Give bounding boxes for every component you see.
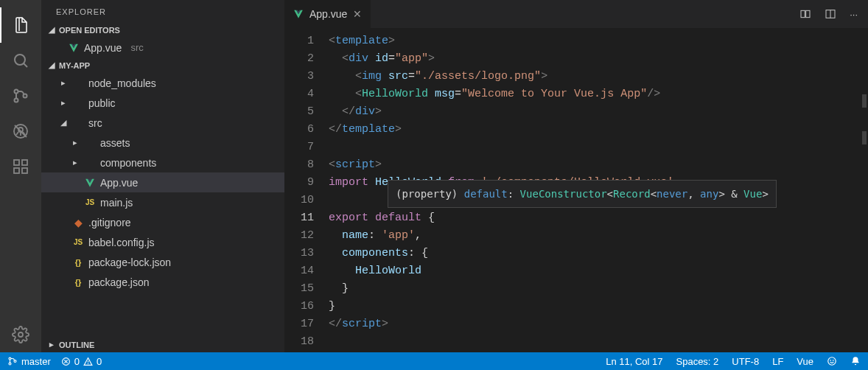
status-eol[interactable]: LF [772, 356, 783, 367]
chevron-down-icon: ◢ [47, 25, 56, 35]
tree-folder[interactable]: ▸assets [41, 133, 284, 153]
tree-folder[interactable]: ▸components [41, 153, 284, 172]
code-editor[interactable]: 123456789101112131415161718 <template> <… [284, 28, 868, 352]
activity-search-icon[interactable] [0, 43, 41, 78]
activity-settings-icon[interactable] [0, 317, 41, 352]
svg-rect-8 [14, 160, 19, 165]
tree-label: package-lock.json [88, 256, 171, 268]
status-bar: master 0 0 Ln 11, Col 17 Spaces: 2 UTF-8… [0, 352, 868, 370]
hover-tooltip: (property) default: VueConstructor<Recor… [388, 180, 777, 208]
code-line[interactable]: components: { [329, 245, 868, 262]
tree-folder[interactable]: ◢src [41, 113, 284, 133]
code-line[interactable]: </template> [329, 121, 868, 139]
git-icon: ◆ [72, 217, 84, 228]
code-line[interactable]: </div> [329, 103, 868, 121]
svg-point-0 [15, 55, 25, 65]
section-project[interactable]: ◢ MY-APP [41, 57, 284, 73]
file-dir: src [130, 42, 143, 53]
code-line[interactable]: name: 'app', [329, 227, 868, 245]
code-line[interactable]: </script> [329, 315, 868, 333]
more-icon[interactable]: ··· [850, 9, 858, 20]
code-line[interactable]: <HelloWorld msg="Welcome to Your Vue.js … [329, 85, 868, 103]
svg-point-18 [9, 363, 11, 365]
svg-point-4 [24, 94, 27, 98]
svg-rect-14 [806, 10, 810, 17]
activity-scm-icon[interactable] [0, 78, 41, 114]
tree-label: App.vue [100, 177, 138, 189]
status-branch[interactable]: master [7, 356, 51, 367]
chevron-right-icon: ▸ [59, 78, 68, 88]
tree-file[interactable]: {}package-lock.json [41, 252, 284, 272]
code-line[interactable]: <div id="app"> [329, 50, 868, 68]
status-bell-icon[interactable] [850, 356, 861, 366]
code-line[interactable]: <template> [329, 32, 868, 50]
tab-bar: App.vue ✕ ··· [284, 0, 868, 28]
status-lang[interactable]: Vue [797, 356, 813, 367]
compare-icon[interactable] [799, 8, 811, 20]
activity-extensions-icon[interactable] [0, 149, 41, 184]
tree-label: src [88, 117, 102, 129]
activity-debug-icon[interactable] [0, 114, 41, 149]
section-outline[interactable]: ▸ OUTLINE [41, 337, 284, 352]
chevron-right-icon: ▸ [59, 98, 68, 108]
js-icon: JS [72, 238, 84, 246]
status-encoding[interactable]: UTF-8 [732, 356, 759, 367]
chevron-right-icon: ▸ [71, 158, 80, 167]
code-line[interactable]: } [329, 298, 868, 315]
explorer-sidebar: EXPLORER ◢ OPEN EDITORS App.vuesrc ◢ MY-… [41, 0, 284, 352]
svg-point-25 [828, 357, 836, 366]
svg-line-1 [24, 63, 27, 67]
js-icon: JS [84, 198, 96, 206]
vue-icon [68, 43, 80, 53]
status-feedback-icon[interactable] [827, 356, 837, 366]
json-icon: {} [72, 258, 84, 267]
svg-point-12 [18, 332, 23, 337]
chevron-right-icon: ▸ [47, 340, 56, 349]
tree-folder[interactable]: ▸node_modules [41, 73, 284, 93]
svg-point-24 [88, 363, 88, 363]
tree-label: package.json [88, 276, 150, 288]
chevron-down-icon: ◢ [59, 118, 68, 128]
tree-file[interactable]: JSbabel.config.js [41, 232, 284, 252]
svg-point-2 [15, 90, 18, 94]
tree-file[interactable]: ◆.gitignore [41, 212, 284, 232]
code-line[interactable] [329, 139, 868, 156]
editor-area: App.vue ✕ ··· 12345678910111213141516171… [284, 0, 868, 352]
file-label: App.vue [84, 42, 122, 54]
svg-rect-9 [14, 168, 19, 173]
tree-label: node_modules [88, 77, 156, 89]
status-problems[interactable]: 0 0 [61, 356, 102, 367]
tree-label: babel.config.js [88, 237, 155, 248]
split-icon[interactable] [825, 8, 836, 20]
status-lncol[interactable]: Ln 11, Col 17 [606, 356, 662, 367]
tree-label: main.js [100, 197, 133, 209]
json-icon: {} [72, 278, 84, 287]
chevron-down-icon: ◢ [47, 60, 56, 70]
tree-folder[interactable]: ▸public [41, 93, 284, 113]
open-editor-item[interactable]: App.vuesrc [41, 38, 284, 57]
code-line[interactable]: <img src="./assets/logo.png"> [329, 68, 868, 85]
code-line[interactable]: <script> [329, 156, 868, 174]
close-icon[interactable]: ✕ [353, 8, 362, 20]
activity-explorer-icon[interactable] [0, 7, 41, 43]
tree-file[interactable]: App.vue [41, 172, 284, 192]
tree-label: components [100, 157, 156, 169]
svg-point-19 [14, 360, 16, 363]
sidebar-title: EXPLORER [41, 0, 284, 22]
code-line[interactable] [329, 333, 868, 351]
code-line[interactable]: } [329, 280, 868, 298]
code-line[interactable]: export default { [329, 209, 868, 227]
minimap[interactable] [861, 28, 868, 352]
svg-point-26 [830, 360, 831, 361]
tree-file[interactable]: JSmain.js [41, 192, 284, 212]
chevron-right-icon: ▸ [71, 138, 80, 147]
tree-label: .gitignore [88, 217, 131, 228]
code-line[interactable]: HelloWorld [329, 262, 868, 280]
vue-icon [293, 9, 304, 19]
section-open-editors[interactable]: ◢ OPEN EDITORS [41, 22, 284, 38]
tab-app-vue[interactable]: App.vue ✕ [284, 0, 371, 28]
tree-label: public [88, 97, 116, 109]
status-spaces[interactable]: Spaces: 2 [676, 356, 719, 367]
tree-file[interactable]: {}package.json [41, 272, 284, 292]
tab-label: App.vue [309, 8, 347, 20]
